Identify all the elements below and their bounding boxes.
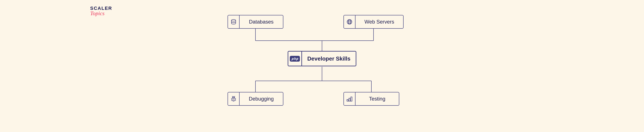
webservers-label: Web Servers xyxy=(356,19,403,25)
database-icon xyxy=(228,15,240,28)
databases-label: Databases xyxy=(240,19,283,25)
logo-scaler: SCALER xyxy=(90,6,112,11)
debugging-label: Debugging xyxy=(240,96,283,102)
php-icon: php xyxy=(288,52,302,66)
bug-icon xyxy=(228,92,240,105)
php-badge: php xyxy=(290,56,300,62)
svg-line-16 xyxy=(232,96,233,97)
svg-rect-25 xyxy=(347,99,348,101)
node-debugging: Debugging xyxy=(228,92,283,106)
logo-topics: Topics xyxy=(90,11,112,16)
chart-icon xyxy=(344,92,356,105)
page-container: SCALER Topics xyxy=(0,0,644,132)
node-databases: Databases xyxy=(228,15,283,29)
developer-skills-label: Developer Skills xyxy=(302,55,356,62)
svg-line-23 xyxy=(235,100,236,101)
svg-rect-27 xyxy=(351,97,352,101)
svg-rect-26 xyxy=(349,98,350,101)
logo: SCALER Topics xyxy=(90,6,112,16)
svg-point-8 xyxy=(232,19,236,21)
globe-icon xyxy=(344,15,356,28)
svg-line-21 xyxy=(235,98,236,99)
testing-label: Testing xyxy=(356,96,399,102)
svg-line-18 xyxy=(231,98,232,99)
svg-line-20 xyxy=(231,100,232,101)
svg-line-17 xyxy=(234,96,235,97)
node-developer-skills: php Developer Skills xyxy=(288,51,356,66)
node-testing: Testing xyxy=(344,92,399,106)
node-webservers: Web Servers xyxy=(344,15,404,29)
